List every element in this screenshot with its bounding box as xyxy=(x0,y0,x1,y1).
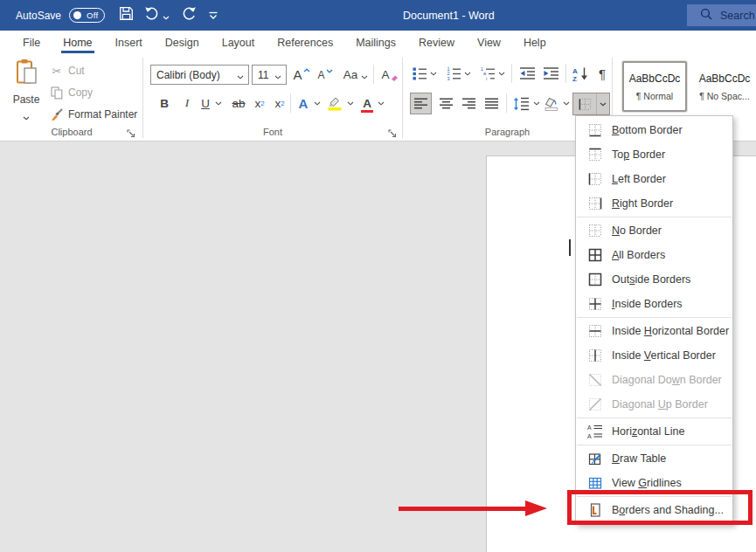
menu-label: Diagonal Down Border xyxy=(612,374,722,386)
format-painter-button[interactable]: Format Painter xyxy=(49,105,137,124)
font-dialog-launcher[interactable] xyxy=(388,127,398,136)
menu-item-bottom-border[interactable]: Bottom Border xyxy=(576,118,732,142)
numbering-button[interactable]: 123 xyxy=(444,63,463,84)
tab-home[interactable]: Home xyxy=(52,31,103,54)
menu-item-horizontal-line[interactable]: AA Horizontal Line xyxy=(576,419,732,444)
menu-item-draw-table[interactable]: Draw Table xyxy=(576,446,732,471)
justify-button[interactable] xyxy=(481,93,503,114)
autosave-state: Off xyxy=(87,10,98,20)
borders-dropdown-chevron-icon[interactable] xyxy=(596,93,609,114)
tab-file[interactable]: File xyxy=(11,31,52,54)
highlight-chevron[interactable] xyxy=(345,93,356,114)
decrease-indent-button[interactable] xyxy=(517,63,538,84)
tab-layout[interactable]: Layout xyxy=(211,31,267,54)
multilevel-list-chevron[interactable] xyxy=(496,63,507,84)
save-icon xyxy=(119,6,134,24)
tab-help[interactable]: Help xyxy=(512,31,558,54)
arrow-annotation-head xyxy=(525,500,547,516)
format-painter-icon xyxy=(49,107,65,121)
cut-button[interactable]: ✂ Cut xyxy=(49,61,85,80)
tab-design[interactable]: Design xyxy=(154,31,211,54)
menu-item-top-border[interactable]: Top Border xyxy=(576,142,732,167)
redo-icon xyxy=(181,6,197,24)
align-center-button[interactable] xyxy=(435,93,457,114)
shading-button[interactable] xyxy=(541,93,562,114)
clipboard-group: Paste ✂ Cut Copy xyxy=(0,54,143,141)
grow-font-glyph: A xyxy=(293,67,302,82)
menu-item-all-borders[interactable]: All Borders xyxy=(576,243,732,267)
menu-item-outside-borders[interactable]: Outside Borders xyxy=(576,267,732,292)
quick-access-toolbar: AutoSave Off xyxy=(0,0,218,31)
underline-button[interactable]: U xyxy=(198,93,213,114)
search-icon xyxy=(700,8,712,24)
style-no-spacing[interactable]: AaBbCcDc ¶ No Spac... xyxy=(691,61,756,112)
shrink-font-button[interactable]: A xyxy=(315,65,336,85)
menu-item-diagonal-down-border[interactable]: Diagonal Down Border xyxy=(576,368,732,392)
tab-mailings[interactable]: Mailings xyxy=(344,31,407,54)
subscript-button[interactable]: x2 xyxy=(250,93,269,114)
menu-item-inside-horizontal-border[interactable]: Inside Horizontal Border xyxy=(576,319,732,343)
grow-font-button[interactable]: A xyxy=(291,65,312,85)
increase-indent-button[interactable] xyxy=(540,63,561,84)
save-button[interactable] xyxy=(119,3,134,28)
search-box[interactable]: Search xyxy=(687,4,756,26)
menu-item-right-border[interactable]: Right Border xyxy=(576,191,732,216)
clipboard-group-label: Clipboard xyxy=(0,127,143,137)
copy-label: Copy xyxy=(68,86,93,99)
show-hide-paragraph-button[interactable]: ¶ xyxy=(594,63,610,84)
customize-quick-access-button[interactable] xyxy=(208,3,218,28)
font-color-chevron[interactable] xyxy=(376,93,386,114)
menu-item-inside-borders[interactable]: Inside Borders xyxy=(576,292,732,316)
font-name-combobox[interactable]: Calibri (Body) xyxy=(150,65,249,85)
line-spacing-button[interactable] xyxy=(510,93,532,114)
text-effects-chevron[interactable] xyxy=(312,93,323,114)
bold-button[interactable]: B xyxy=(156,93,173,114)
svg-text:A: A xyxy=(587,433,592,439)
bullets-button[interactable] xyxy=(410,63,429,84)
menu-item-left-border[interactable]: Left Border xyxy=(576,167,732,191)
clear-formatting-button[interactable]: A xyxy=(378,65,401,85)
clear-formatting-glyph: A xyxy=(381,68,389,81)
menu-item-diagonal-up-border[interactable]: Diagonal Up Border xyxy=(576,392,732,417)
copy-button[interactable]: Copy xyxy=(49,83,93,102)
redo-button[interactable] xyxy=(181,3,197,28)
horizontal-line-icon: AA xyxy=(586,424,603,439)
bullets-chevron[interactable] xyxy=(428,63,439,84)
font-color-button[interactable]: A xyxy=(358,93,376,114)
tab-references[interactable]: References xyxy=(266,31,344,54)
highlight-button[interactable] xyxy=(325,93,344,114)
arrow-annotation-line xyxy=(399,507,527,511)
change-case-button[interactable]: Aa xyxy=(341,65,371,85)
menu-separator xyxy=(577,317,732,318)
paste-button[interactable]: Paste xyxy=(7,59,45,123)
superscript-button[interactable]: x2 xyxy=(270,93,289,114)
underline-chevron[interactable] xyxy=(213,93,224,114)
menu-item-inside-vertical-border[interactable]: Inside Vertical Border xyxy=(576,343,732,368)
align-left-button[interactable] xyxy=(410,93,432,114)
text-effects-button[interactable]: A xyxy=(294,93,313,114)
font-color-chevron-icon xyxy=(378,101,385,106)
top-border-icon xyxy=(586,147,603,162)
italic-button[interactable]: I xyxy=(178,93,196,114)
tab-insert[interactable]: Insert xyxy=(104,31,154,54)
numbering-chevron[interactable] xyxy=(462,63,473,84)
clipboard-dialog-launcher[interactable] xyxy=(127,127,136,136)
style-normal[interactable]: AaBbCcDc ¶ Normal xyxy=(622,61,687,112)
strikethrough-button[interactable]: ab xyxy=(228,93,249,114)
multilevel-list-button[interactable]: 1ai xyxy=(478,63,497,84)
numbering-chevron-icon xyxy=(464,72,471,76)
autosave-toggle[interactable]: Off xyxy=(69,8,105,23)
sort-button[interactable]: AZ xyxy=(569,63,592,84)
menu-item-no-border[interactable]: No Border xyxy=(576,218,732,243)
borders-split-button[interactable] xyxy=(572,93,610,115)
bullets-icon xyxy=(412,66,427,80)
menu-separator xyxy=(577,445,732,445)
tab-review[interactable]: Review xyxy=(407,31,466,54)
align-right-button[interactable] xyxy=(458,93,480,114)
multilevel-list-chevron-icon xyxy=(498,72,505,76)
menu-label: Outside Borders xyxy=(612,273,690,286)
undo-button[interactable] xyxy=(144,3,170,28)
tab-view[interactable]: View xyxy=(466,31,512,54)
font-size-combobox[interactable]: 11 xyxy=(252,65,287,85)
shading-chevron[interactable] xyxy=(561,93,572,114)
